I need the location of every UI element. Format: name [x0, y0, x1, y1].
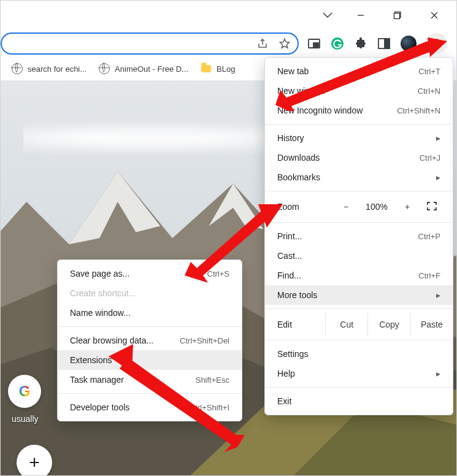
- browser-window: search for echi...AnimeOut - Free D...BL…: [0, 0, 457, 476]
- bookmark-label: BLog: [217, 64, 235, 74]
- star-icon[interactable]: [279, 38, 290, 49]
- more-tools-submenu: Save page as...Ctrl+SCreate shortcut...N…: [57, 259, 242, 421]
- menu-item[interactable]: Find...Ctrl+F: [265, 266, 453, 285]
- bookmark-label: AnimeOut - Free D...: [115, 64, 188, 74]
- add-shortcut-button[interactable]: +: [17, 445, 52, 475]
- maximize-button[interactable]: [384, 2, 411, 29]
- cut-button[interactable]: Cut: [325, 313, 367, 336]
- menu-item-label: Help: [277, 369, 295, 378]
- menu-shortcut: Ctrl+Shift+Del: [180, 336, 229, 345]
- menu-shortcut: Ctrl+Shift+N: [397, 106, 440, 115]
- menu-item[interactable]: Print...Ctrl+P: [265, 226, 453, 246]
- menu-item-label: More tools: [277, 290, 317, 300]
- svg-point-11: [436, 39, 438, 41]
- menu-item-label: Create shortcut...: [70, 288, 136, 298]
- menu-item-label: Save page as...: [70, 269, 129, 278]
- fullscreen-button[interactable]: [421, 202, 443, 212]
- menu-item[interactable]: Clear browsing data...Ctrl+Shift+Del: [58, 331, 242, 350]
- menu-item-label: New window: [277, 86, 326, 96]
- menu-item-label: Name window...: [70, 308, 131, 318]
- menu-shortcut: Ctrl+P: [418, 232, 440, 241]
- close-button[interactable]: [421, 2, 448, 29]
- menu-item-label: New Incognito window: [277, 106, 363, 115]
- profile-avatar[interactable]: [401, 36, 417, 52]
- svg-rect-7: [313, 43, 318, 47]
- copy-button[interactable]: Copy: [367, 313, 410, 336]
- minimize-button[interactable]: [347, 2, 374, 29]
- menu-item-label: Downloads: [277, 153, 320, 163]
- menu-item-label: Developer tools: [70, 402, 129, 412]
- shortcut-chip[interactable]: G: [8, 375, 41, 408]
- kebab-menu-button[interactable]: [426, 33, 447, 54]
- menu-item-label: History: [277, 133, 304, 143]
- edit-row: EditCutCopyPaste: [265, 313, 453, 336]
- menu-item[interactable]: History▸: [265, 128, 453, 148]
- menu-item[interactable]: Developer toolsCtrl+Shift+I: [58, 397, 242, 417]
- zoom-in-button[interactable]: +: [394, 202, 421, 212]
- pip-icon[interactable]: [307, 37, 321, 50]
- share-icon[interactable]: [257, 38, 268, 49]
- menu-item[interactable]: New windowCtrl+N: [265, 81, 453, 101]
- menu-item: Create shortcut...: [58, 283, 242, 303]
- address-bar-row: [1, 30, 456, 57]
- submenu-arrow-icon: ▸: [436, 133, 440, 143]
- menu-item[interactable]: Task managerShift+Esc: [58, 370, 242, 390]
- menu-item[interactable]: Cast...: [265, 246, 453, 266]
- zoom-value: 100%: [359, 202, 394, 212]
- menu-item[interactable]: New tabCtrl+T: [265, 61, 453, 81]
- zoom-label: Zoom: [277, 202, 332, 212]
- sidepanel-icon[interactable]: [377, 37, 391, 50]
- menu-item[interactable]: Bookmarks▸: [265, 167, 453, 187]
- menu-item-label: Exit: [277, 396, 291, 406]
- svg-rect-10: [385, 39, 390, 48]
- menu-item[interactable]: DownloadsCtrl+J: [265, 148, 453, 167]
- menu-shortcut: Ctrl+S: [207, 269, 229, 278]
- menu-shortcut: Ctrl+Shift+I: [190, 403, 229, 412]
- menu-item-label: Extensions: [70, 355, 112, 365]
- menu-item-label: New tab: [277, 66, 309, 76]
- menu-item-label: Cast...: [277, 251, 302, 261]
- tab-chevron-icon[interactable]: [318, 2, 337, 29]
- bookmark-item[interactable]: search for echi...: [8, 61, 90, 77]
- bookmark-item[interactable]: AnimeOut - Free D...: [95, 61, 192, 77]
- menu-item[interactable]: More tools▸: [265, 285, 453, 305]
- bookmark-label: search for echi...: [28, 64, 86, 74]
- shortcut-label: usually: [12, 414, 39, 424]
- menu-item-label: Settings: [277, 349, 309, 359]
- menu-item-label: Find...: [277, 271, 301, 280]
- submenu-arrow-icon: ▸: [436, 369, 440, 378]
- extensions-icon[interactable]: [354, 37, 367, 50]
- menu-item[interactable]: Help▸: [265, 364, 453, 383]
- menu-shortcut: Ctrl+F: [418, 271, 440, 280]
- edit-label: Edit: [265, 320, 325, 329]
- omnibox[interactable]: [1, 33, 299, 55]
- menu-item-label: Bookmarks: [277, 172, 320, 182]
- menu-shortcut: Ctrl+N: [418, 86, 440, 96]
- menu-item[interactable]: Settings: [265, 344, 453, 364]
- submenu-arrow-icon: ▸: [436, 290, 440, 300]
- menu-shortcut: Ctrl+T: [418, 67, 440, 76]
- globe-icon: [99, 63, 110, 74]
- grammarly-icon[interactable]: [331, 37, 344, 50]
- menu-shortcut: Shift+Esc: [196, 375, 229, 385]
- svg-point-12: [436, 42, 438, 45]
- menu-item-label: Clear browsing data...: [70, 336, 153, 345]
- svg-point-13: [436, 46, 438, 48]
- main-menu: New tabCtrl+TNew windowCtrl+NNew Incogni…: [264, 57, 453, 415]
- submenu-arrow-icon: ▸: [436, 172, 440, 182]
- bookmark-item[interactable]: BLog: [197, 61, 239, 77]
- menu-item[interactable]: Exit: [265, 391, 453, 411]
- zoom-out-button[interactable]: −: [332, 202, 359, 212]
- menu-item[interactable]: New Incognito windowCtrl+Shift+N: [265, 101, 453, 120]
- menu-item-label: Task manager: [70, 375, 124, 385]
- menu-item[interactable]: Name window...: [58, 303, 242, 323]
- menu-item[interactable]: Save page as...Ctrl+S: [58, 264, 242, 283]
- globe-icon: [12, 63, 23, 74]
- svg-marker-5: [280, 39, 290, 48]
- menu-item-label: Print...: [277, 231, 302, 241]
- menu-item[interactable]: Extensions: [58, 350, 242, 370]
- google-logo-icon: G: [19, 383, 31, 400]
- paste-button[interactable]: Paste: [410, 313, 453, 336]
- toolbar-icons: [299, 33, 447, 54]
- menu-shortcut: Ctrl+J: [420, 153, 440, 163]
